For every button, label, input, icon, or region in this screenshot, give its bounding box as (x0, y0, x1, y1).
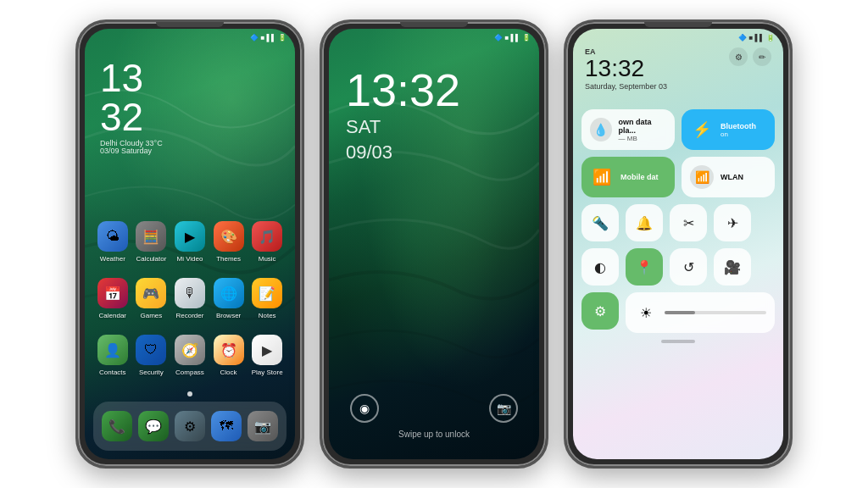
status-bar-phone3: 🔷 ■ ▌▌ 🔋 (573, 29, 783, 46)
weather-label: Weather (100, 255, 125, 263)
data-title: own data pla... (619, 118, 667, 135)
mobile-tile-text: Mobile dat (620, 173, 659, 181)
status-icons-phone2: 🔷 ■ ▌▌ 🔋 (494, 34, 531, 42)
app-row-3: 👤 Contacts 🛡 Security 🧭 Compass ⏰ Clock … (93, 335, 287, 376)
dock-settings[interactable]: ⚙ (171, 411, 208, 441)
app-themes[interactable]: 🎨 Themes (210, 221, 248, 263)
security-label: Security (139, 369, 164, 376)
cc-data-tile[interactable]: 💧 own data pla... — MB (581, 109, 675, 150)
status-icons-phone1: 🔷 ■ ▌▌ 🔋 (250, 34, 287, 42)
calculator-label: Calculator (136, 255, 166, 263)
calendar-label: Calendar (99, 312, 126, 319)
browser-label: Browser (216, 312, 241, 319)
lock-time: 13:32 (346, 67, 460, 113)
app-music[interactable]: 🎵 Music (248, 221, 286, 263)
lock-flashlight-btn[interactable]: ◉ (350, 394, 379, 423)
app-notes[interactable]: 📝 Notes (248, 278, 286, 319)
app-games[interactable]: 🎮 Games (132, 278, 170, 319)
app-contacts[interactable]: 👤 Contacts (94, 335, 131, 376)
app-mi-video[interactable]: ▶ Mi Video (171, 221, 209, 263)
cc-edit-btn[interactable]: ✏ (753, 47, 771, 66)
dock-camera[interactable]: 📷 (245, 411, 281, 441)
cc-row-1: 💧 own data pla... — MB ⚡ Bluetooth on (581, 109, 775, 150)
vol-up-btn[interactable] (303, 107, 304, 130)
wlan-title: WLAN (721, 173, 743, 181)
cc-location-btn[interactable]: 📍 (626, 248, 663, 286)
cc-scissors-btn[interactable]: ✂ (670, 204, 707, 241)
cc-settings-small-btn[interactable]: ⚙ (581, 292, 619, 330)
cc-rotate-btn[interactable]: ↺ (670, 248, 707, 286)
notes-label: Notes (259, 312, 276, 319)
clock-hours: 13 (100, 58, 163, 97)
cc-bluetooth-tile[interactable]: ⚡ Bluetooth on (682, 109, 775, 150)
lock-camera-btn[interactable]: 📷 (489, 394, 518, 423)
home-clock: 13 32 Delhi Cloudy 33°C03/09 Saturday (100, 58, 163, 155)
bluetooth-subtitle: on (721, 130, 756, 138)
themes-icon: 🎨 (214, 221, 244, 252)
app-compass[interactable]: 🧭 Compass (171, 335, 209, 376)
cc-settings-btn[interactable]: ⚙ (729, 47, 748, 66)
clock-label: Clock (220, 369, 237, 376)
power-btn[interactable] (75, 124, 77, 158)
app-clock[interactable]: ⏰ Clock (210, 335, 248, 376)
cc-small-row-2: ◐ 📍 ↺ 🎥 (581, 248, 775, 286)
vol-dn-btn[interactable] (303, 141, 304, 164)
phone-1: 🔷 ■ ▌▌ 🔋 13 32 Delhi Cloudy 33°C03/09 Sa… (75, 19, 304, 469)
bluetooth-icon: ⚡ (690, 118, 714, 141)
app-weather[interactable]: 🌤 Weather (94, 221, 131, 263)
wlan-tile-text: WLAN (721, 173, 743, 181)
cc-header-actions: ⚙ ✏ (729, 47, 771, 66)
cc-torch-btn[interactable]: 🔦 (581, 204, 619, 241)
compass-label: Compass (175, 369, 204, 376)
contacts-label: Contacts (99, 369, 126, 376)
games-label: Games (140, 312, 162, 319)
dock-maps[interactable]: 🗺 (209, 411, 245, 441)
mi-video-label: Mi Video (176, 255, 203, 263)
weather-info: Delhi Cloudy 33°C03/09 Saturday (100, 140, 163, 155)
app-security[interactable]: 🛡 Security (132, 335, 170, 376)
cc-contrast-btn[interactable]: ◐ (581, 248, 619, 286)
app-calendar[interactable]: 📅 Calendar (94, 278, 131, 319)
phone-2: 🔷 ■ ▌▌ 🔋 13:32 SAT 09/03 ◉ 📷 Swipe up to… (320, 19, 548, 469)
app-calculator[interactable]: 🧮 Calculator (132, 221, 170, 263)
music-icon: 🎵 (252, 221, 282, 252)
data-icon: 💧 (590, 118, 612, 141)
cc-mobile-tile[interactable]: 📶 Mobile dat (581, 157, 675, 197)
brightness-icon: ☀ (634, 301, 658, 324)
brightness-bar[interactable] (665, 311, 766, 314)
contacts-icon: 👤 (97, 335, 128, 365)
status-icons-phone3: 🔷 ■ ▌▌ 🔋 (738, 34, 775, 42)
lock-date-2: 09/03 (346, 141, 460, 164)
phone-icon: 📞 (102, 411, 132, 441)
play-store-label: Play Store (252, 369, 283, 376)
app-play-store[interactable]: ▶ Play Store (248, 335, 286, 376)
data-subtitle: — MB (619, 135, 667, 142)
app-grid: 🌤 Weather 🧮 Calculator ▶ Mi Video 🎨 Them… (85, 221, 295, 391)
cc-wlan-tile[interactable]: 📶 WLAN (682, 157, 775, 197)
dock-phone[interactable]: 📞 (98, 411, 135, 441)
browser-icon: 🌐 (214, 278, 244, 308)
app-browser[interactable]: 🌐 Browser (210, 278, 248, 319)
lock-clock: 13:32 SAT 09/03 (346, 67, 460, 164)
settings-icon: ⚙ (175, 411, 205, 441)
cc-bottom-row: ⚙ ☀ (581, 292, 775, 333)
mi-video-icon: ▶ (175, 221, 205, 252)
notes-icon: 📝 (252, 278, 282, 308)
cc-airplane-btn[interactable]: ✈ (714, 204, 751, 241)
calculator-icon: 🧮 (136, 221, 166, 252)
cc-bell-btn[interactable]: 🔔 (626, 204, 663, 241)
mobile-data-icon: 📶 (590, 165, 614, 189)
cc-date: Saturday, September 03 (585, 82, 771, 91)
phone2-screen: 🔷 ■ ▌▌ 🔋 13:32 SAT 09/03 ◉ 📷 Swipe up to… (329, 29, 539, 459)
calendar-icon: 📅 (97, 278, 128, 308)
cc-header: ⚙ ✏ EA 13:32 Saturday, September 03 (585, 47, 771, 91)
clock-icon: ⏰ (214, 335, 244, 365)
dock-messages[interactable]: 💬 (135, 411, 171, 441)
cc-brightness-tile[interactable]: ☀ (626, 292, 775, 333)
lock-shortcut-icons: ◉ 📷 (350, 394, 518, 423)
games-icon: 🎮 (136, 278, 166, 308)
swipe-label: Swipe up to unlock (398, 430, 470, 439)
app-recorder[interactable]: 🎙 Recorder (171, 278, 209, 319)
messages-icon: 💬 (138, 411, 169, 441)
cc-video-btn[interactable]: 🎥 (714, 248, 751, 286)
